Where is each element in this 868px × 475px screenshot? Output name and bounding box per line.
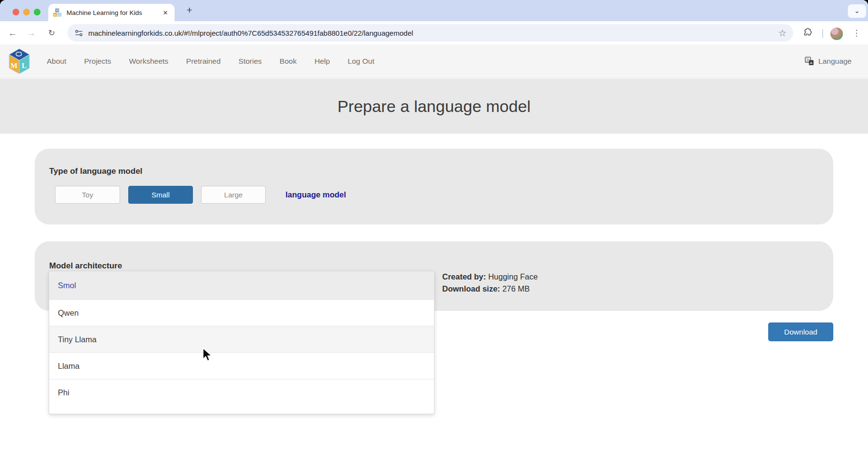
dropdown-option-qwen[interactable]: Qwen bbox=[49, 300, 434, 326]
dropdown-option-smol[interactable]: Smol bbox=[49, 271, 434, 300]
toy-button[interactable]: Toy bbox=[55, 186, 120, 204]
dropdown-option-phi[interactable]: Phi bbox=[49, 379, 434, 405]
reload-icon[interactable]: ↻ bbox=[45, 27, 58, 40]
nav-links: About Projects Worksheets Pretrained Sto… bbox=[47, 57, 374, 66]
browser-window: M L Machine Learning for Kids ✕ + ⌄ ← → … bbox=[0, 0, 868, 475]
created-by-value: Hugging Face bbox=[488, 272, 538, 281]
download-size-label: Download size: bbox=[442, 284, 500, 293]
macos-zoom-button[interactable] bbox=[34, 9, 41, 15]
created-by-line: Created by: Hugging Face bbox=[442, 271, 538, 283]
page-title: Prepare a language model bbox=[0, 79, 868, 134]
dropdown-option-llama[interactable]: Llama bbox=[49, 353, 434, 379]
tab-close-icon[interactable]: ✕ bbox=[161, 9, 170, 16]
tab-search-chevron-icon[interactable]: ⌄ bbox=[848, 4, 866, 18]
nav-item-worksheets[interactable]: Worksheets bbox=[129, 57, 169, 66]
download-button[interactable]: Download bbox=[768, 322, 833, 341]
nav-item-logout[interactable]: Log Out bbox=[348, 57, 374, 66]
macos-close-button[interactable] bbox=[13, 9, 19, 15]
profile-avatar[interactable] bbox=[830, 28, 843, 40]
nav-item-help[interactable]: Help bbox=[314, 57, 330, 66]
tab-title: Machine Learning for Kids bbox=[67, 9, 161, 16]
bookmark-star-icon[interactable]: ☆ bbox=[778, 28, 787, 39]
architecture-panel-heading: Model architecture bbox=[49, 261, 122, 271]
svg-text:A: A bbox=[810, 61, 813, 65]
favicon-ml4k-icon: M L bbox=[53, 8, 62, 17]
download-size-line: Download size: 276 MB bbox=[442, 283, 538, 295]
dropdown-bottom-padding bbox=[49, 405, 434, 414]
nav-item-book[interactable]: Book bbox=[280, 57, 297, 66]
created-by-label: Created by: bbox=[442, 272, 486, 281]
small-button[interactable]: Small bbox=[128, 186, 193, 204]
translate-icon: 文 A bbox=[805, 56, 814, 66]
type-panel-heading: Type of language model bbox=[49, 167, 142, 176]
nav-item-about[interactable]: About bbox=[47, 57, 67, 66]
language-model-annotation: language model bbox=[285, 190, 346, 199]
model-details: Created by: Hugging Face Download size: … bbox=[442, 271, 538, 295]
nav-item-pretrained[interactable]: Pretrained bbox=[186, 57, 221, 66]
back-icon[interactable]: ← bbox=[6, 27, 19, 40]
download-size-value: 276 MB bbox=[502, 284, 530, 293]
url-bar[interactable]: machinelearningforkids.co.uk/#!/mlprojec… bbox=[68, 24, 793, 42]
title-band: Prepare a language model bbox=[0, 79, 868, 134]
svg-text:M: M bbox=[54, 13, 57, 16]
language-selector[interactable]: 文 A Language bbox=[805, 56, 852, 66]
svg-text:L: L bbox=[59, 13, 61, 16]
site-navbar: M L About Projects Worksheets Pretrained… bbox=[0, 44, 868, 78]
architecture-dropdown: Smol Qwen Tiny Llama Llama Phi bbox=[49, 271, 434, 414]
nav-item-stories[interactable]: Stories bbox=[239, 57, 262, 66]
browser-tab[interactable]: M L Machine Learning for Kids ✕ bbox=[48, 4, 175, 21]
new-tab-button[interactable]: + bbox=[182, 3, 197, 17]
language-label: Language bbox=[818, 57, 852, 66]
forward-icon[interactable]: → bbox=[25, 27, 38, 40]
extensions-icon[interactable] bbox=[802, 28, 813, 38]
url-text[interactable]: machinelearningforkids.co.uk/#!/mlprojec… bbox=[88, 29, 778, 37]
ml4k-logo-icon[interactable]: M L bbox=[9, 48, 30, 74]
large-button[interactable]: Large bbox=[201, 186, 266, 204]
type-panel: Type of language model Toy Small Large l… bbox=[35, 149, 833, 224]
tab-strip: M L Machine Learning for Kids ✕ + ⌄ bbox=[0, 0, 868, 21]
svg-text:M: M bbox=[11, 62, 17, 70]
browser-menu-icon[interactable]: ⋮ bbox=[850, 27, 863, 40]
site-settings-icon[interactable] bbox=[74, 28, 83, 38]
dropdown-option-tiny-llama[interactable]: Tiny Llama bbox=[49, 326, 434, 353]
svg-text:L: L bbox=[22, 62, 27, 70]
nav-item-projects[interactable]: Projects bbox=[84, 57, 111, 66]
toolbar-separator bbox=[822, 29, 823, 38]
macos-minimize-button[interactable] bbox=[23, 9, 30, 15]
type-options: Toy Small Large language model bbox=[55, 186, 346, 204]
